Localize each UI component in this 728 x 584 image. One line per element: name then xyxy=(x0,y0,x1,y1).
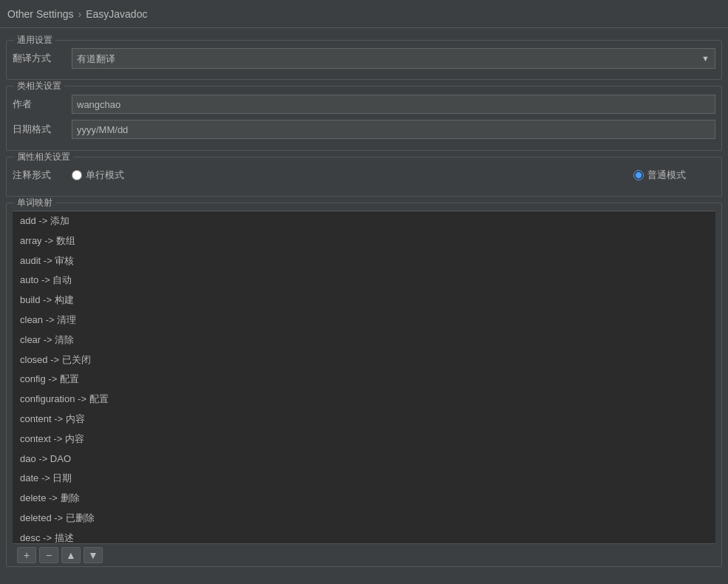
single-line-radio[interactable] xyxy=(72,170,82,180)
date-format-input[interactable] xyxy=(72,120,715,139)
word-map-list[interactable]: add -> 添加 array -> 数组 audit -> 审核 auto -… xyxy=(13,211,715,543)
date-format-row: 日期格式 xyxy=(13,119,715,140)
main-content: 通用设置 翻译方式 有道翻译 百度翻译 谷歌翻译 ▼ 类相关设置 作者 xyxy=(0,28,728,584)
list-item[interactable]: clean -> 清理 xyxy=(13,310,715,330)
list-item[interactable]: auto -> 自动 xyxy=(13,271,715,291)
list-item[interactable]: add -> 添加 xyxy=(13,211,715,231)
breadcrumb: Other Settings › EasyJavadoc xyxy=(0,0,728,28)
page-container: Other Settings › EasyJavadoc 通用设置 翻译方式 有… xyxy=(0,0,728,584)
normal-mode-option[interactable]: 普通模式 xyxy=(633,169,686,182)
translate-select-wrapper: 有道翻译 百度翻译 谷歌翻译 ▼ xyxy=(72,48,715,69)
single-line-label: 单行模式 xyxy=(86,169,124,182)
breadcrumb-parent[interactable]: Other Settings xyxy=(7,8,74,20)
comment-style-label: 注释形式 xyxy=(13,169,72,182)
single-line-option[interactable]: 单行模式 xyxy=(72,169,124,182)
remove-button[interactable]: − xyxy=(39,547,58,563)
author-row: 作者 xyxy=(13,94,715,115)
breadcrumb-current: EasyJavadoc xyxy=(86,8,147,20)
move-up-button[interactable]: ▲ xyxy=(61,547,81,563)
property-settings-group: 属性相关设置 注释形式 单行模式 普通模式 xyxy=(6,157,722,197)
author-input[interactable] xyxy=(72,95,715,114)
translate-select[interactable]: 有道翻译 百度翻译 谷歌翻译 xyxy=(72,48,715,69)
list-item[interactable]: configuration -> 配置 xyxy=(13,390,715,410)
list-item[interactable]: delete -> 删除 xyxy=(13,489,715,509)
list-item[interactable]: deleted -> 已删除 xyxy=(13,509,715,529)
word-map-toolbar: + − ▲ ▼ xyxy=(13,543,715,566)
comment-style-row: 注释形式 单行模式 普通模式 xyxy=(13,165,715,186)
list-item[interactable]: date -> 日期 xyxy=(13,469,715,489)
author-label: 作者 xyxy=(13,98,72,111)
move-down-button[interactable]: ▼ xyxy=(84,547,103,563)
word-map-title: 单词映射 xyxy=(14,197,55,209)
normal-mode-radio[interactable] xyxy=(633,170,644,180)
translate-label: 翻译方式 xyxy=(13,52,72,65)
general-settings-title: 通用设置 xyxy=(14,34,55,47)
list-item[interactable]: context -> 内容 xyxy=(13,429,715,449)
list-item[interactable]: desc -> 描述 xyxy=(13,529,715,543)
list-item[interactable]: content -> 内容 xyxy=(13,410,715,429)
normal-mode-label: 普通模式 xyxy=(647,169,686,182)
general-settings-group: 通用设置 翻译方式 有道翻译 百度翻译 谷歌翻译 ▼ xyxy=(6,40,722,80)
date-format-label: 日期格式 xyxy=(13,123,72,136)
list-item[interactable]: array -> 数组 xyxy=(13,231,715,251)
breadcrumb-separator: › xyxy=(78,8,82,20)
class-settings-group: 类相关设置 作者 日期格式 xyxy=(6,86,722,151)
comment-style-radio-group: 单行模式 普通模式 xyxy=(72,169,715,182)
list-item[interactable]: dao -> DAO xyxy=(13,449,715,469)
property-settings-title: 属性相关设置 xyxy=(14,151,73,163)
list-item[interactable]: config -> 配置 xyxy=(13,370,715,390)
class-settings-title: 类相关设置 xyxy=(14,80,64,92)
list-item[interactable]: audit -> 审核 xyxy=(13,251,715,271)
list-item[interactable]: closed -> 已关闭 xyxy=(13,350,715,370)
word-map-group: 单词映射 add -> 添加 array -> 数组 audit -> 审核 a… xyxy=(6,203,722,567)
list-item[interactable]: clear -> 清除 xyxy=(13,330,715,350)
add-button[interactable]: + xyxy=(17,547,36,563)
list-item[interactable]: build -> 构建 xyxy=(13,291,715,310)
translate-row: 翻译方式 有道翻译 百度翻译 谷歌翻译 ▼ xyxy=(13,48,715,69)
